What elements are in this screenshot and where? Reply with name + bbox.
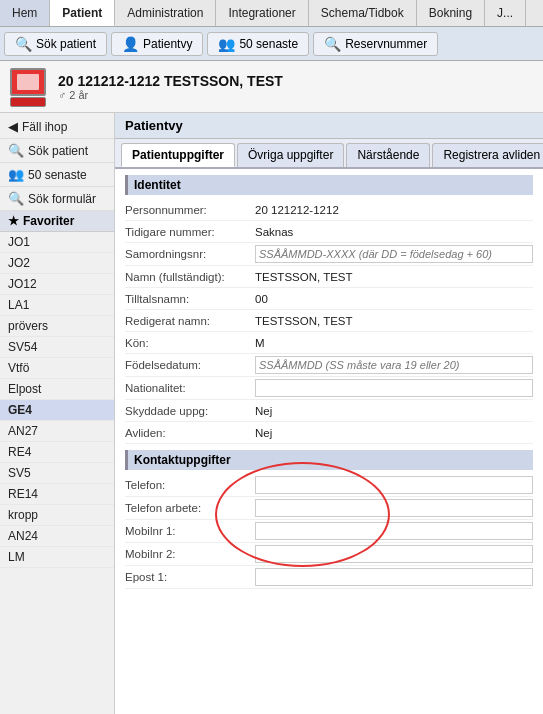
field-telefon: Telefon: [125,474,533,497]
input-mobilnr1[interactable] [255,522,533,540]
person-icon: 👤 [122,36,139,52]
nav-item-schema[interactable]: Schema/Tidbok [309,0,417,26]
field-personnummer: Personnummer: 20 121212-1212 [125,199,533,221]
top-navigation: Hem Patient Administration Integrationer… [0,0,543,27]
collapse-icon: ◀ [8,119,18,134]
field-epost1: Epost 1: [125,566,533,589]
label-redigerat-namn: Redigerat namn: [125,315,255,327]
fav-item-vtfo[interactable]: Vtfö [0,358,114,379]
fav-item-re14[interactable]: RE14 [0,484,114,505]
tab-bar: Patientuppgifter Övriga uppgifter Närstå… [115,139,543,169]
input-fodelsedatum[interactable] [255,356,533,374]
identity-section-title: Identitet [125,175,533,195]
sidebar-50-senaste-button[interactable]: 👥 50 senaste [0,163,114,187]
fav-item-an27[interactable]: AN27 [0,421,114,442]
nav-item-bokning[interactable]: Bokning [417,0,485,26]
field-samordningsnr: Samordningsnr: [125,243,533,266]
fav-item-jo1[interactable]: JO1 [0,232,114,253]
patientvy-button[interactable]: 👤 Patientvy [111,32,203,56]
field-mobilnr1: Mobilnr 1: [125,520,533,543]
label-personnummer: Personnummer: [125,204,255,216]
label-mobilnr1: Mobilnr 1: [125,525,255,537]
fav-item-provers[interactable]: prövers [0,316,114,337]
label-namn: Namn (fullständigt): [125,271,255,283]
label-mobilnr2: Mobilnr 2: [125,548,255,560]
field-fodelsedatum: Födelsedatum: [125,354,533,377]
field-skyddade-uppg: Skyddade uppg: Nej [125,400,533,422]
sidebar: ◀ Fäll ihop 🔍 Sök patient 👥 50 senaste 🔍… [0,113,115,714]
toolbar: 🔍 Sök patient 👤 Patientvy 👥 50 senaste 🔍… [0,27,543,61]
content-header: Patientvy [115,113,543,139]
50-senaste-toolbar-button[interactable]: 👥 50 senaste [207,32,309,56]
value-redigerat-namn: TESTSSON, TEST [255,315,533,327]
reservnummer-button[interactable]: 🔍 Reservnummer [313,32,438,56]
nav-item-integrationer[interactable]: Integrationer [216,0,308,26]
sidebar-search-patient-button[interactable]: 🔍 Sök patient [0,139,114,163]
field-avliden: Avliden: Nej [125,422,533,444]
fav-item-lm[interactable]: LM [0,547,114,568]
nav-item-administration[interactable]: Administration [115,0,216,26]
search-form-icon: 🔍 [8,191,24,206]
field-namn: Namn (fullständigt): TESTSSON, TEST [125,266,533,288]
contact-section-title: Kontaktuppgifter [125,450,533,470]
tab-ovriga-uppgifter[interactable]: Övriga uppgifter [237,143,344,167]
people-icon: 👥 [218,36,235,52]
input-mobilnr2[interactable] [255,545,533,563]
input-nationalitet[interactable] [255,379,533,397]
label-kon: Kön: [125,337,255,349]
label-epost1: Epost 1: [125,571,255,583]
value-tidigare-nummer: Saknas [255,226,533,238]
collapse-button[interactable]: ◀ Fäll ihop [0,115,114,139]
tab-registrera-avliden[interactable]: Registrera avliden [432,143,543,167]
content-area: Patientvy Patientuppgifter Övriga uppgif… [115,113,543,714]
input-samordningsnr[interactable] [255,245,533,263]
label-skyddade-uppg: Skyddade uppg: [125,405,255,417]
field-telefon-arbete: Telefon arbete: [125,497,533,520]
field-tidigare-nummer: Tidigare nummer: Saknas [125,221,533,243]
label-telefon: Telefon: [125,479,255,491]
fav-item-sv5[interactable]: SV5 [0,463,114,484]
identity-section: Identitet Personnummer: 20 121212-1212 T… [115,169,543,444]
patient-gender-age: ♂ 2 år [58,89,533,101]
label-avliden: Avliden: [125,427,255,439]
field-redigerat-namn: Redigerat namn: TESTSSON, TEST [125,310,533,332]
search-icon-sidebar: 🔍 [8,143,24,158]
field-tilltalsnamn: Tilltalsnamn: 00 [125,288,533,310]
fav-item-jo2[interactable]: JO2 [0,253,114,274]
fav-item-la1[interactable]: LA1 [0,295,114,316]
patient-info: 20 121212-1212 TESTSSON, TEST ♂ 2 år [58,73,533,101]
search-patient-button[interactable]: 🔍 Sök patient [4,32,107,56]
value-tilltalsnamn: 00 [255,293,533,305]
nav-item-patient[interactable]: Patient [50,0,115,26]
label-tilltalsnamn: Tilltalsnamn: [125,293,255,305]
star-icon: ★ [8,214,19,228]
fav-item-ge4[interactable]: GE4 [0,400,114,421]
value-kon: M [255,337,533,349]
field-nationalitet: Nationalitet: [125,377,533,400]
label-telefon-arbete: Telefon arbete: [125,502,255,514]
sidebar-search-form-button[interactable]: 🔍 Sök formulär [0,187,114,211]
patient-bar: 20 121212-1212 TESTSSON, TEST ♂ 2 år [0,61,543,113]
main-area: ◀ Fäll ihop 🔍 Sök patient 👥 50 senaste 🔍… [0,113,543,714]
fav-item-re4[interactable]: RE4 [0,442,114,463]
nav-item-hem[interactable]: Hem [0,0,50,26]
value-skyddade-uppg: Nej [255,405,533,417]
nav-item-j[interactable]: J... [485,0,526,26]
fav-item-an24[interactable]: AN24 [0,526,114,547]
fav-item-jo12[interactable]: JO12 [0,274,114,295]
label-samordningsnr: Samordningsnr: [125,248,255,260]
input-epost1[interactable] [255,568,533,586]
fav-item-sv54[interactable]: SV54 [0,337,114,358]
value-personnummer: 20 121212-1212 [255,204,533,216]
tab-patientuppgifter[interactable]: Patientuppgifter [121,143,235,167]
fav-item-elpost[interactable]: Elpost [0,379,114,400]
tab-narstaende[interactable]: Närstående [346,143,430,167]
patient-name: 20 121212-1212 TESTSSON, TEST [58,73,533,89]
input-telefon-arbete[interactable] [255,499,533,517]
label-fodelsedatum: Födelsedatum: [125,359,255,371]
label-tidigare-nummer: Tidigare nummer: [125,226,255,238]
input-telefon[interactable] [255,476,533,494]
value-namn: TESTSSON, TEST [255,271,533,283]
fav-item-kropp[interactable]: kropp [0,505,114,526]
search-icon-2: 🔍 [324,36,341,52]
